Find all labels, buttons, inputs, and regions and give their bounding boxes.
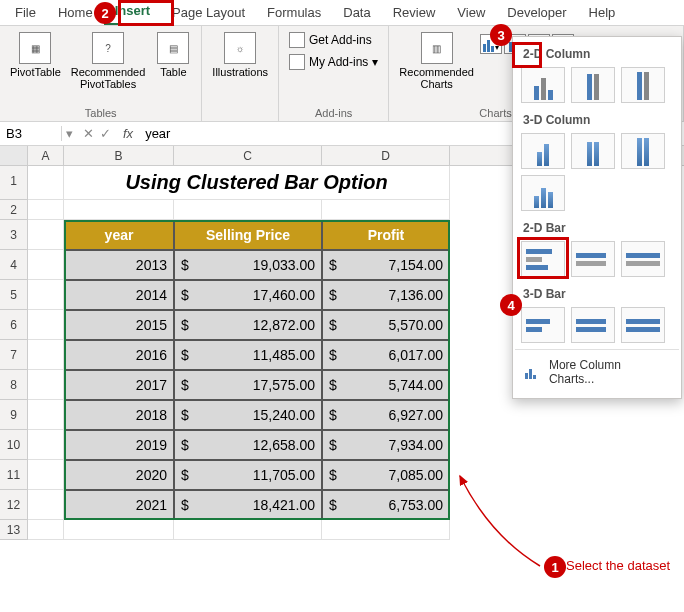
tab-view[interactable]: View xyxy=(446,2,496,25)
column-chart-icon xyxy=(525,365,541,379)
row-header-2[interactable]: 2 xyxy=(0,200,28,220)
row-header-5[interactable]: 5 xyxy=(0,280,28,310)
cell-year[interactable]: 2014 xyxy=(64,280,174,310)
cell-price[interactable]: $11,705.00 xyxy=(174,460,322,490)
cell-price[interactable]: $11,485.00 xyxy=(174,340,322,370)
header-year[interactable]: year xyxy=(64,220,174,250)
col-header-c[interactable]: C xyxy=(174,146,322,165)
col-header-d[interactable]: D xyxy=(322,146,450,165)
namebox-dropdown-icon[interactable]: ▾ xyxy=(62,126,77,141)
cell-profit[interactable]: $6,017.00 xyxy=(322,340,450,370)
tab-review[interactable]: Review xyxy=(382,2,447,25)
cell-profit[interactable]: $7,136.00 xyxy=(322,280,450,310)
my-addins-button[interactable]: My Add-ins▾ xyxy=(285,52,382,72)
row-header-10[interactable]: 10 xyxy=(0,430,28,460)
cell-profit[interactable]: $5,570.00 xyxy=(322,310,450,340)
stacked100-bar-option[interactable] xyxy=(621,241,665,277)
row-header-8[interactable]: 8 xyxy=(0,370,28,400)
name-box[interactable]: B3 xyxy=(0,126,62,141)
gallery-heading-3d-column: 3-D Column xyxy=(523,113,679,127)
col-header-a[interactable]: A xyxy=(28,146,64,165)
pivottable-button[interactable]: ▦PivotTable xyxy=(6,30,65,92)
row-header-12[interactable]: 12 xyxy=(0,490,28,520)
cell-profit[interactable]: $7,934.00 xyxy=(322,430,450,460)
store-icon xyxy=(289,32,305,48)
cell-price[interactable]: $17,575.00 xyxy=(174,370,322,400)
cell-year[interactable]: 2017 xyxy=(64,370,174,400)
cell-year[interactable]: 2020 xyxy=(64,460,174,490)
cell-year[interactable]: 2018 xyxy=(64,400,174,430)
row-header-4[interactable]: 4 xyxy=(0,250,28,280)
group-label-tables: Tables xyxy=(6,105,195,121)
enter-icon[interactable]: ✓ xyxy=(100,126,111,141)
tab-data[interactable]: Data xyxy=(332,2,381,25)
illustrations-icon: ☼ xyxy=(224,32,256,64)
tab-page-layout[interactable]: Page Layout xyxy=(161,2,256,25)
chart-gallery-dropdown: 2-D Column 3-D Column 2-D Bar 3-D Bar Mo… xyxy=(512,36,682,399)
row-header-6[interactable]: 6 xyxy=(0,310,28,340)
row-header-1[interactable]: 1 xyxy=(0,166,28,200)
cell-price[interactable]: $18,421.00 xyxy=(174,490,322,520)
clustered-bar-3d-option[interactable] xyxy=(521,307,565,343)
cell-year[interactable]: 2019 xyxy=(64,430,174,460)
row-header-13[interactable]: 13 xyxy=(0,520,28,540)
callout-number-3: 3 xyxy=(490,24,512,46)
pivottable-icon: ▦ xyxy=(19,32,51,64)
tab-help[interactable]: Help xyxy=(578,2,627,25)
more-column-charts-link[interactable]: More Column Charts... xyxy=(515,349,679,394)
header-price[interactable]: Selling Price xyxy=(174,220,322,250)
title-cell[interactable]: Using Clustered Bar Option xyxy=(64,166,450,200)
tab-developer[interactable]: Developer xyxy=(496,2,577,25)
illustrations-button[interactable]: ☼Illustrations xyxy=(208,30,272,80)
cell-profit[interactable]: $7,154.00 xyxy=(322,250,450,280)
clustered-column-option[interactable] xyxy=(521,67,565,103)
cell-year[interactable]: 2021 xyxy=(64,490,174,520)
recommended-charts-button[interactable]: ▥Recommended Charts xyxy=(395,30,478,92)
cell-year[interactable]: 2015 xyxy=(64,310,174,340)
gallery-heading-2d-column: 2-D Column xyxy=(523,47,679,61)
gallery-heading-2d-bar: 2-D Bar xyxy=(523,221,679,235)
cell-price[interactable]: $17,460.00 xyxy=(174,280,322,310)
stacked100-column-3d-option[interactable] xyxy=(621,133,665,169)
callout-number-2: 2 xyxy=(94,2,116,24)
cell-profit[interactable]: $6,753.00 xyxy=(322,490,450,520)
cell-profit[interactable]: $6,927.00 xyxy=(322,400,450,430)
callout-number-4: 4 xyxy=(500,294,522,316)
stacked-column-3d-option[interactable] xyxy=(571,133,615,169)
cell-year[interactable]: 2013 xyxy=(64,250,174,280)
fx-icon[interactable]: fx xyxy=(117,126,139,141)
header-profit[interactable]: Profit xyxy=(322,220,450,250)
stacked100-bar-3d-option[interactable] xyxy=(621,307,665,343)
stacked100-column-option[interactable] xyxy=(621,67,665,103)
stacked-bar-option[interactable] xyxy=(571,241,615,277)
cell-profit[interactable]: $5,744.00 xyxy=(322,370,450,400)
table-button[interactable]: ▤Table xyxy=(151,30,195,92)
select-all-corner[interactable] xyxy=(0,146,28,165)
cell-price[interactable]: $19,033.00 xyxy=(174,250,322,280)
row-header-3[interactable]: 3 xyxy=(0,220,28,250)
cell-price[interactable]: $12,658.00 xyxy=(174,430,322,460)
annotation-select-dataset: Select the dataset xyxy=(566,558,670,573)
group-addins: Get Add-ins My Add-ins▾ Add-ins xyxy=(279,26,389,121)
cancel-icon[interactable]: ✕ xyxy=(83,126,94,141)
recommended-charts-icon: ▥ xyxy=(421,32,453,64)
get-addins-button[interactable]: Get Add-ins xyxy=(285,30,382,50)
stacked-bar-3d-option[interactable] xyxy=(571,307,615,343)
stacked-column-option[interactable] xyxy=(571,67,615,103)
callout-number-1: 1 xyxy=(544,556,566,578)
cell-profit[interactable]: $7,085.00 xyxy=(322,460,450,490)
cell-price[interactable]: $15,240.00 xyxy=(174,400,322,430)
clustered-column-3d-option[interactable] xyxy=(521,133,565,169)
tab-file[interactable]: File xyxy=(4,2,47,25)
tab-formulas[interactable]: Formulas xyxy=(256,2,332,25)
row-header-9[interactable]: 9 xyxy=(0,400,28,430)
row-header-11[interactable]: 11 xyxy=(0,460,28,490)
recommended-pivottables-button[interactable]: ?Recommended PivotTables xyxy=(67,30,150,92)
clustered-bar-option[interactable] xyxy=(521,241,565,277)
cell-price[interactable]: $12,872.00 xyxy=(174,310,322,340)
group-illustrations: ☼Illustrations xyxy=(202,26,279,121)
row-header-7[interactable]: 7 xyxy=(0,340,28,370)
cell-year[interactable]: 2016 xyxy=(64,340,174,370)
column-3d-option[interactable] xyxy=(521,175,565,211)
col-header-b[interactable]: B xyxy=(64,146,174,165)
